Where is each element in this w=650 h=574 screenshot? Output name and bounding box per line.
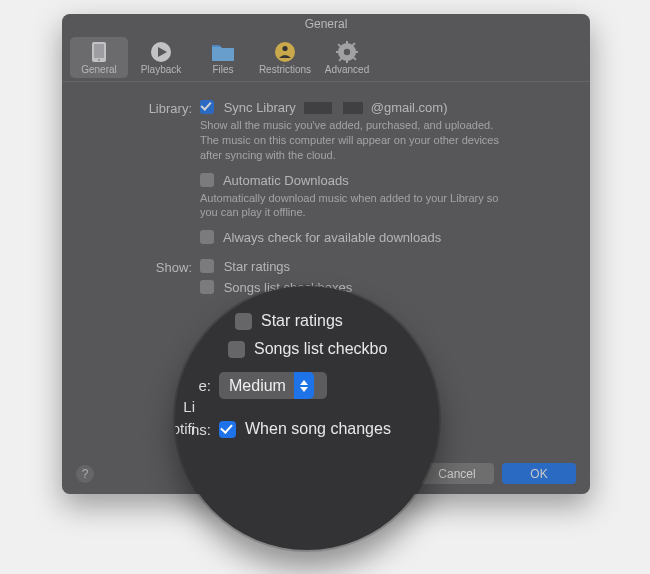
preferences-toolbar: General Playback Files Restrictions Adva… [62, 34, 590, 81]
tab-playback[interactable]: Playback [132, 37, 190, 78]
tab-label: Files [212, 64, 233, 75]
help-button[interactable]: ? [76, 465, 94, 483]
sync-library-text: Sync Library [224, 100, 296, 115]
tab-advanced[interactable]: Advanced [318, 37, 376, 78]
folder-icon [211, 40, 235, 64]
ok-button[interactable]: OK [502, 463, 576, 484]
library-label: Library: [80, 100, 200, 116]
when-song-changes-text: When song changes [245, 420, 391, 438]
redacted-block [343, 102, 363, 114]
auto-downloads-text: Automatic Downloads [223, 173, 349, 188]
sync-library-checkbox[interactable] [200, 100, 214, 114]
tab-label: Playback [141, 64, 182, 75]
auto-downloads-checkbox[interactable] [200, 173, 214, 187]
stepper-icon [294, 372, 314, 399]
svg-point-5 [275, 42, 295, 62]
always-check-text: Always check for available downloads [223, 230, 441, 245]
gear-icon [335, 40, 359, 64]
songs-checkboxes-text-zoom: Songs list checkbo [254, 340, 387, 358]
star-ratings-checkbox[interactable] [200, 259, 214, 273]
tab-general[interactable]: General [70, 37, 128, 78]
svg-point-6 [282, 46, 287, 51]
when-song-changes-checkbox[interactable] [219, 421, 236, 438]
magnifier-overlay: Star ratings Songs list checkbo e: Mediu… [175, 286, 439, 550]
songs-checkboxes-checkbox-zoom[interactable] [228, 341, 245, 358]
cancel-button[interactable]: Cancel [420, 463, 494, 484]
songs-checkboxes-checkbox[interactable] [200, 280, 214, 294]
parental-icon [273, 40, 297, 64]
tab-label: Advanced [325, 64, 369, 75]
svg-rect-9 [346, 41, 348, 45]
star-ratings-text: Star ratings [224, 259, 290, 274]
sync-library-hint: Show all the music you've added, purchas… [200, 118, 510, 163]
phone-icon [87, 40, 111, 64]
list-size-label-fragment: e: [191, 377, 219, 394]
svg-rect-11 [336, 51, 340, 53]
tab-files[interactable]: Files [194, 37, 252, 78]
always-check-checkbox[interactable] [200, 230, 214, 244]
tab-label: Restrictions [259, 64, 311, 75]
list-label-fragment: Li [181, 398, 203, 415]
svg-point-8 [344, 49, 350, 55]
svg-rect-10 [346, 59, 348, 63]
auto-downloads-hint: Automatically download music when added … [200, 191, 510, 221]
tab-label: General [81, 64, 117, 75]
show-label: Show: [80, 259, 200, 275]
star-ratings-checkbox-zoom[interactable] [235, 313, 252, 330]
general-content: Library: Sync Library @gmail.com) Show a… [62, 82, 590, 295]
svg-point-2 [98, 59, 100, 61]
window-title: General [62, 14, 590, 34]
email-suffix: @gmail.com) [371, 100, 448, 115]
list-size-value: Medium [229, 377, 286, 395]
list-size-select[interactable]: Medium [219, 372, 327, 399]
svg-rect-1 [94, 44, 104, 58]
notifications-label-fragment2: ns: [183, 421, 219, 438]
tab-restrictions[interactable]: Restrictions [256, 37, 314, 78]
play-circle-icon [149, 40, 173, 64]
svg-rect-12 [354, 51, 358, 53]
redacted-block [304, 102, 332, 114]
star-ratings-text-zoom: Star ratings [261, 312, 343, 330]
